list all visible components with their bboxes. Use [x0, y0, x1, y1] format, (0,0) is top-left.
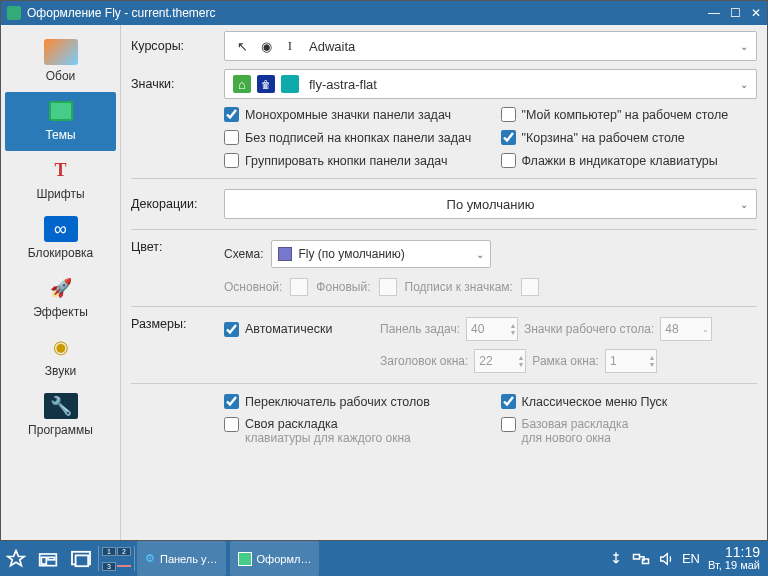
bg-color-label: Фоновый:	[316, 280, 370, 294]
lock-icon: ∞	[44, 216, 78, 242]
task-theme[interactable]: Оформл…	[230, 541, 320, 576]
taskbar: 123 ⚙ Панель у… Оформл… EN 11:19 Вт, 19 …	[0, 541, 768, 576]
network-tray-icon[interactable]	[632, 551, 650, 567]
effects-icon: 🚀	[44, 275, 78, 301]
svg-rect-4	[76, 555, 89, 566]
decorations-combo[interactable]: По умолчанию ⌄	[224, 189, 757, 219]
svg-rect-5	[633, 554, 639, 559]
svg-rect-1	[41, 557, 46, 564]
gear-icon: ⚙	[145, 552, 155, 565]
sidebar-item-effects[interactable]: 🚀 Эффекты	[1, 269, 120, 328]
home-icon: ⌂	[233, 75, 251, 93]
check-classic-start[interactable]: Классическое меню Пуск	[501, 394, 758, 409]
sidebar: Обои Темы T Шрифты ∞ Блокировка 🚀 Эффект…	[1, 25, 121, 540]
cursor-arrow-icon: ↖	[233, 37, 251, 55]
color-label: Цвет:	[131, 240, 216, 254]
close-button[interactable]: ✕	[751, 6, 761, 20]
programs-icon: 🔧	[44, 393, 78, 419]
show-desktop-button[interactable]	[64, 541, 98, 576]
app-icon	[7, 6, 21, 20]
minimize-button[interactable]: —	[708, 6, 720, 20]
task-panel[interactable]: ⚙ Панель у…	[137, 541, 226, 576]
iconlabel-color-label: Подписи к значкам:	[405, 280, 513, 294]
cursor-text-icon: I	[281, 37, 299, 55]
cursor-busy-icon: ◉	[257, 37, 275, 55]
icons-combo[interactable]: ⌂ 🗑 fly-astra-flat ⌄	[224, 69, 757, 99]
check-auto-size[interactable]: Автоматически	[224, 322, 374, 337]
fly-scheme-icon	[278, 247, 292, 261]
scheme-label: Схема:	[224, 247, 263, 261]
sidebar-item-themes[interactable]: Темы	[5, 92, 116, 151]
maximize-button[interactable]: ☐	[730, 6, 741, 20]
themes-icon	[44, 98, 78, 124]
icons-label: Значки:	[131, 77, 216, 91]
sidebar-item-programs[interactable]: 🔧 Программы	[1, 387, 120, 446]
filemanager-button[interactable]	[32, 541, 64, 576]
chevron-down-icon: ⌄	[740, 79, 748, 90]
check-no-labels[interactable]: Без подписей на кнопках панели задач	[224, 130, 481, 145]
sounds-icon: ◉	[44, 334, 78, 360]
scheme-combo[interactable]: Fly (по умолчанию) ⌄	[271, 240, 491, 268]
window-title: Оформление Fly - current.themerc	[27, 6, 708, 20]
check-kb-flags[interactable]: Флажки в индикаторе клавиатуры	[501, 153, 758, 168]
sidebar-item-wallpaper[interactable]: Обои	[1, 33, 120, 92]
wallpaper-icon	[44, 39, 78, 65]
check-mycomputer[interactable]: "Мой компьютер" на рабочем столе	[501, 107, 758, 122]
svg-rect-2	[48, 557, 55, 560]
chevron-down-icon: ⌄	[476, 249, 484, 260]
iconlabel-color-swatch[interactable]	[521, 278, 539, 296]
titlebar[interactable]: Оформление Fly - current.themerc — ☐ ✕	[1, 1, 767, 25]
usb-tray-icon[interactable]	[608, 551, 624, 567]
clock[interactable]: 11:19 Вт, 19 май	[708, 546, 760, 572]
primary-color-label: Основной:	[224, 280, 282, 294]
content-panel: Курсоры: ↖ ◉ I Adwaita ⌄ Значки: ⌂ 🗑	[121, 25, 767, 540]
check-workspace-pager[interactable]: Переключатель рабочих столов	[224, 394, 481, 409]
sizes-label: Размеры:	[131, 317, 216, 331]
sidebar-item-fonts[interactable]: T Шрифты	[1, 151, 120, 210]
theme-task-icon	[238, 552, 252, 566]
settings-window: Оформление Fly - current.themerc — ☐ ✕ О…	[0, 0, 768, 541]
titlebar-size-spin[interactable]: 22▴▾	[474, 349, 526, 373]
chevron-down-icon: ⌄	[740, 199, 748, 210]
cursors-combo[interactable]: ↖ ◉ I Adwaita ⌄	[224, 31, 757, 61]
chevron-down-icon: ⌄	[740, 41, 748, 52]
sidebar-item-lock[interactable]: ∞ Блокировка	[1, 210, 120, 269]
panel-size-spin[interactable]: 40▴▾	[466, 317, 518, 341]
sidebar-item-sounds[interactable]: ◉ Звуки	[1, 328, 120, 387]
keyboard-lang[interactable]: EN	[682, 551, 700, 566]
border-size-spin[interactable]: 1▴▾	[605, 349, 657, 373]
check-group-taskbar[interactable]: Группировать кнопки панели задач	[224, 153, 481, 168]
start-button[interactable]	[0, 541, 32, 576]
decorations-label: Декорации:	[131, 197, 216, 211]
workspace-pager[interactable]: 123	[99, 541, 134, 576]
check-mono-icons[interactable]: Монохромные значки панели задач	[224, 107, 481, 122]
primary-color-swatch[interactable]	[290, 278, 308, 296]
bg-color-swatch[interactable]	[379, 278, 397, 296]
trash-icon: 🗑	[257, 75, 275, 93]
check-trash-desktop[interactable]: "Корзина" на рабочем столе	[501, 130, 758, 145]
volume-tray-icon[interactable]	[658, 551, 674, 567]
fonts-icon: T	[44, 157, 78, 183]
desktop-icon	[281, 75, 299, 93]
cursors-label: Курсоры:	[131, 39, 216, 53]
check-own-layout[interactable]: Своя раскладкаклавиатуры для каждого окн…	[224, 417, 481, 445]
deskicons-size-spin[interactable]: 48⌄	[660, 317, 712, 341]
check-base-layout[interactable]: Базовая раскладкадля нового окна	[501, 417, 758, 445]
